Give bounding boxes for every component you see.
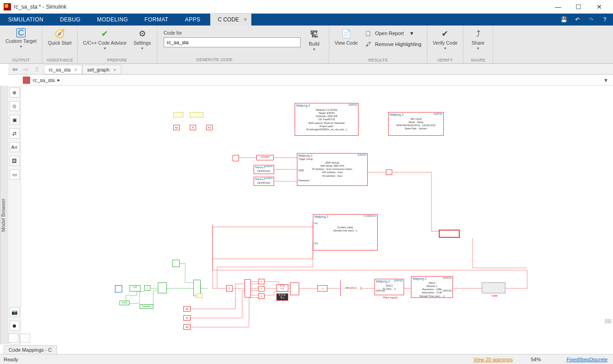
block-convert[interactable]: convert [256,155,274,160]
block-target-setup[interactable]: Waijung 2 ESP32 Waijung 2 (v.23.9a) Targ… [295,103,358,136]
tag-ampl-baseline[interactable] [196,293,203,298]
block-step-green[interactable] [172,260,180,267]
label-plant-input: Plant Input1 [379,296,402,299]
annotation-icon[interactable]: A≡ [10,142,20,152]
library-browser-icon[interactable] [8,333,18,343]
share-button[interactable]: ⤴ Share ▼ [467,27,489,51]
app-icon [4,3,11,10]
block-demux[interactable] [244,279,251,297]
image-icon[interactable]: 🖼 [10,156,20,166]
block-sum[interactable]: Σ [226,285,233,292]
block-step[interactable] [233,155,239,161]
view-code-button[interactable]: 📄 View Code [333,27,360,46]
const-kd[interactable]: Kd [206,125,213,130]
custom-target-button[interactable]: C Custom Target ▼ [4,27,38,50]
status-warnings[interactable]: View 20 warnings [473,357,513,362]
block-sprintf-1[interactable]: Waijung 2 COMMON [sprintf]Output [254,165,274,174]
block-collect-data[interactable]: Waijung 2 COMMON [Collect_data] Sample t… [313,214,378,251]
breadcrumb-sep-icon: ▸ [57,77,60,83]
tag-temp[interactable] [173,112,183,118]
minimize-button[interactable]: — [548,0,568,13]
tab-modeling[interactable]: MODELING [89,14,136,26]
zoom-in-icon[interactable]: ⊙ [10,101,20,111]
breadcrumb-root[interactable]: rc_sa_sta [33,77,55,83]
block-sprintf-2[interactable]: Waijung 2 COMMON [sprintf]Output [254,177,274,186]
file-tabs-row: ⇦ ⇨ ⇧ rc_sa_sta× set_graph× [8,64,613,75]
maximize-button[interactable]: ☐ [568,0,589,13]
status-ready: Ready [4,357,18,362]
block-switch-green[interactable] [158,282,167,293]
block-subsystem-enabled[interactable] [439,230,460,238]
block-sd-card[interactable]: Waijung 2 ESP32 [SD Card] Mode : Setup M… [388,112,444,136]
tab-simulation[interactable]: SIMULATION [0,14,52,26]
block-mux[interactable] [290,282,299,295]
window-title: rc_sa_sta * - Simulink [14,4,548,10]
block-prod-p[interactable]: × [258,279,265,284]
block-wifi-setup[interactable]: Waijung 2 ESP32 Trigger (rising) [WiFi S… [297,153,368,186]
camera-icon[interactable]: 📷 [10,307,20,317]
open-report-button[interactable]: 📋 Open Report ▼ [362,28,423,38]
block-dac[interactable]: Waijung 2 ESP32 [DAC] Ts (sec) : -1 GPIO… [374,279,404,295]
nav-up[interactable]: ⇧ [32,65,42,74]
const-kp[interactable]: Kp [173,125,180,130]
help-icon[interactable]: ? [599,15,610,25]
area-icon[interactable]: ▭ [10,169,20,179]
close-tab-icon[interactable]: × [113,67,116,72]
block-pulse[interactable] [115,285,122,292]
file-tab-1[interactable]: rc_sa_sta× [44,65,82,74]
close-button[interactable]: ✕ [589,0,609,13]
group-results: RESULTS [333,58,423,62]
resize-grip-icon[interactable] [605,319,612,323]
close-ccode-tab[interactable]: × [244,16,247,23]
block-integrator[interactable]: K Ts z-1 [276,284,288,292]
nav-back[interactable]: ⇦ [10,65,20,74]
tab-apps[interactable]: APPS [177,14,208,26]
block-product-green[interactable]: × [144,285,151,291]
undo-icon[interactable]: ↶ [572,15,583,25]
tab-format[interactable]: FORMAT [136,14,177,26]
close-tab-icon[interactable]: × [74,67,77,72]
quick-start-button[interactable]: 🧭 Quick Start [46,27,73,46]
model-canvas[interactable]: Kp Ki Kd Waijung 2 ESP32 Waijung 2 (v.23… [21,86,613,344]
status-solver[interactable]: FixedStepDiscrete [566,357,608,362]
settings-button[interactable]: ⚙ Settings ▼ [131,27,153,51]
check-icon: ✔ [99,28,110,39]
fit-selection-icon[interactable]: ▣ [10,115,20,125]
block-gain[interactable]: 255.0/3.3 [340,281,361,296]
tab-c-code[interactable]: C CODE × [210,14,251,26]
block-unit-delay[interactable]: 1/Z [130,285,140,292]
save-icon[interactable]: 💾 [558,15,569,25]
block-prod-i[interactable]: × [258,286,265,292]
const-ki[interactable]: Ki [190,125,196,130]
model-explorer-icon[interactable] [20,333,30,343]
code-mappings-tab[interactable]: Code Mappings - C [4,345,57,354]
record-icon[interactable]: ⏺ [10,321,20,331]
block-baseline[interactable]: baseline [140,304,153,309]
redo-icon[interactable]: ↷ [586,15,597,25]
code-advisor-button[interactable]: ✔ C/C++ Code Advisor ▼ [81,27,129,51]
tag-baseline[interactable] [190,112,203,118]
block-display[interactable] [386,169,392,175]
from-ki[interactable]: Ki [183,315,191,321]
build-button[interactable]: 🏗 Build ▼ [303,27,325,62]
tab-debug[interactable]: DEBUG [52,14,88,26]
from-kp[interactable]: Kp [183,306,191,312]
verify-code-button[interactable]: ✔ Verify Code ▼ [431,27,459,51]
toggle-arrows-icon[interactable]: ⇄ [10,128,20,138]
code-for-input[interactable] [164,37,301,47]
group-verify: VERIFY [431,58,459,62]
nav-forward[interactable]: ⇨ [21,65,31,74]
block-derivative[interactable]: K (z-1) Ts z [276,293,288,301]
block-prod-d[interactable]: × [258,293,265,299]
block-sat[interactable]: ↗ [317,285,327,292]
block-calib[interactable] [482,282,505,293]
fit-view-icon[interactable]: ⊕ [10,87,20,97]
file-tab-2[interactable]: set_graph× [82,65,121,74]
from-kd[interactable]: Kd [183,324,191,330]
model-browser-tab[interactable]: Model Browser [0,86,8,344]
gear-icon: ⚙ [137,28,148,39]
remove-highlighting-button[interactable]: 🖍 Remove Highlighting [362,39,423,49]
block-ampl[interactable]: ampl [119,301,130,305]
block-adc[interactable]: Waijung 2 ESP32 [ADC] Module: 1 Resoluti… [411,276,453,298]
breadcrumb-dropdown[interactable]: ▼ [603,77,611,83]
